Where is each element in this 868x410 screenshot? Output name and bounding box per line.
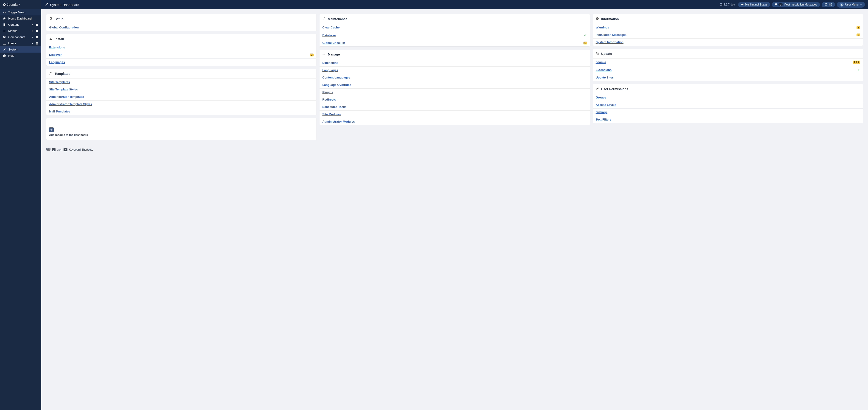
sidebar-item-components[interactable]: Components [0,34,41,40]
svg-rect-36 [49,149,49,149]
toggle-menu[interactable]: Toggle Menu [0,9,41,16]
link-access-levels[interactable]: Access Levels [596,103,616,107]
link-clear-cache[interactable]: Clear Cache [322,26,340,29]
dashboard-icon[interactable] [35,36,38,39]
link-mail-templates[interactable]: Mail Templates [49,110,70,113]
brush-icon [49,71,52,76]
svg-rect-10 [37,36,38,37]
link-settings[interactable]: Settings [596,110,608,114]
link-redirects[interactable]: Redirects [322,98,336,101]
link-system-information[interactable]: System Information [596,40,623,44]
card-title: Setup [55,17,64,21]
users-icon [3,42,6,45]
dashboard-icon[interactable] [35,29,38,33]
warnings-badge: 1 [857,26,860,29]
wrench-icon [44,2,48,7]
svg-point-14 [5,42,5,43]
sidebar-item-users[interactable]: Users [0,40,41,47]
link-install-extensions[interactable]: Extensions [49,46,65,49]
link-warnings[interactable]: Warnings [596,26,609,29]
version-text: 4.2.7-dev [723,3,735,6]
svg-rect-9 [36,36,37,37]
add-module-button[interactable] [49,127,54,132]
brand[interactable]: Joomla! ® [0,0,41,9]
link-admin-templates[interactable]: Administrator Templates [49,95,84,98]
card-title: Information [601,17,619,21]
sidebar-item-system[interactable]: System [0,47,41,53]
chevron-right-icon [31,42,34,45]
sidebar-item-help[interactable]: Help [0,53,41,59]
page-title: System Dashboard [50,3,80,7]
link-scheduled-tasks[interactable]: Scheduled Tasks [322,105,346,109]
language-icon [741,3,744,6]
svg-rect-6 [37,30,38,31]
link-content-languages[interactable]: Content Languages [322,76,350,79]
link-groups[interactable]: Groups [596,96,606,99]
dashboard-icon[interactable] [35,42,38,45]
site-short: j82 [829,3,832,6]
svg-rect-34 [47,149,48,149]
keyboard-shortcuts-hint[interactable]: J then X Keyboard Shortcuts [41,145,868,156]
nav-label: Help [8,54,38,57]
link-manage-extensions[interactable]: Extensions [322,61,338,64]
svg-point-13 [4,42,5,43]
link-text-filters[interactable]: Text Filters [596,118,611,121]
link-global-checkin[interactable]: Global Check-in [322,41,345,45]
link-admin-template-styles[interactable]: Administrator Template Styles [49,102,92,106]
card-title: User Permissions [601,87,628,91]
dashboard-icon[interactable] [35,23,38,26]
link-site-template-styles[interactable]: Site Template Styles [49,88,78,91]
nav-label: Toggle Menu [8,10,38,14]
link-installation-messages[interactable]: Installation Messages [596,33,626,36]
svg-rect-33 [46,148,51,151]
brand-text: Joomla! [7,3,19,6]
svg-point-0 [3,12,4,13]
multilingual-status-button[interactable]: Multilingual Status [738,2,770,7]
link-plugins[interactable]: Plugins [322,90,333,94]
link-site-templates[interactable]: Site Templates [49,80,70,84]
svg-rect-38 [48,150,50,150]
sidebar-item-menus[interactable]: Menus [0,28,41,34]
nav-label: System [8,48,38,51]
card-maintenance: Maintenance Clear Cache Database ✓ Globa… [319,14,590,47]
link-update-extensions[interactable]: Extensions [596,68,612,71]
svg-rect-4 [37,25,38,26]
puzzle-icon [3,36,6,39]
card-title: Update [601,52,612,56]
link-admin-modules[interactable]: Administrator Modules [322,120,355,123]
card-title: Templates [55,72,70,76]
sidebar-item-content[interactable]: Content [0,22,41,28]
svg-rect-11 [36,37,37,38]
user-menu-button[interactable]: User Menu [837,2,865,7]
bell-icon [775,3,777,6]
add-module-card: Add module to the dashboard [46,118,316,140]
nav-label: Menus [8,29,31,33]
external-link-icon [825,3,827,6]
link-global-configuration[interactable]: Global Configuration [49,26,79,29]
svg-rect-37 [49,149,50,149]
info-icon [596,17,599,21]
card-update: Update Joomla 4.2.7 Extensions ✓ Upd [593,49,863,81]
sidebar-item-home[interactable]: Home Dashboard [0,16,41,22]
link-update-joomla[interactable]: Joomla [596,60,606,64]
card-information: Information Warnings 1 Installation Mess… [593,14,863,46]
open-site-button[interactable]: j82 [822,2,835,7]
version-label[interactable]: 4.2.7-dev [720,3,735,6]
nav-label: Home Dashboard [8,17,38,20]
svg-rect-20 [4,55,4,56]
chevron-right-icon [31,36,34,39]
link-site-modules[interactable]: Site Modules [322,113,341,116]
link-update-sites[interactable]: Update Sites [596,76,614,79]
nav-list: Toggle Menu Home Dashboard Content [0,9,41,59]
link-discover[interactable]: Discover [49,53,62,56]
link-install-languages[interactable]: Languages [49,60,65,64]
link-language-overrides[interactable]: Language Overrides [322,83,351,87]
key-x: X [64,148,67,151]
post-install-messages-button[interactable]: 2 Post Installation Messages [772,2,820,7]
link-manage-languages[interactable]: Languages [322,68,338,72]
nav-label: Users [8,41,31,45]
card-setup: Setup Global Configuration [46,14,316,31]
joomla-icon [3,3,6,6]
link-database[interactable]: Database [322,33,336,37]
svg-rect-17 [36,43,37,44]
